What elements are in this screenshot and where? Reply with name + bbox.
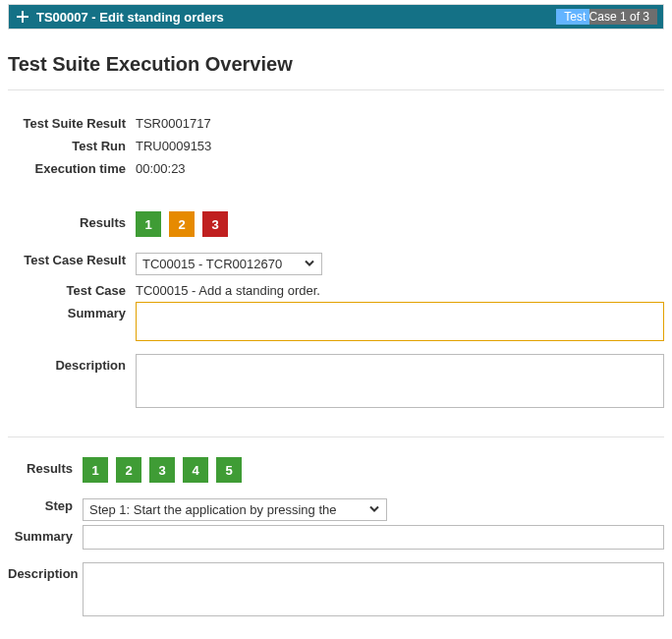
row-test-case: Test Case TC00015 - Add a standing order… [8,279,664,298]
plus-icon [15,9,30,25]
step-result-chip-1[interactable]: 1 [83,457,108,483]
row-step-results: Results 12345 [8,457,664,483]
step-result-chip-3[interactable]: 3 [149,457,175,483]
label-case-summary: Summary [8,302,136,320]
header-title: TS00007 - Edit standing orders [36,10,224,25]
chevron-down-icon [304,257,315,271]
divider [8,89,664,90]
step-select-value: Step 1: Start the application by pressin… [89,502,353,517]
row-step-description: Description [8,562,664,619]
row-test-suite-result: Test Suite Result TSR0001717 [8,112,664,131]
label-step-results: Results [8,457,83,476]
case-summary-input[interactable] [136,302,664,341]
label-step-summary: Summary [8,525,83,544]
label-step: Step [8,494,83,513]
page-title: Test Suite Execution Overview [8,53,664,76]
row-test-case-result: Test Case Result TC00015 - TCR0012670 [8,249,664,275]
row-step-summary: Summary [8,525,664,552]
step-result-chip-4[interactable]: 4 [183,457,208,483]
label-step-description: Description [8,562,83,581]
case-result-chip-3[interactable]: 3 [202,211,228,237]
chevron-down-icon [368,502,380,517]
row-step: Step Step 1: Start the application by pr… [8,494,664,521]
row-case-description: Description [8,354,664,411]
svg-rect-1 [17,16,28,18]
test-case-result-select[interactable]: TC00015 - TCR0012670 [136,253,322,275]
label-test-case: Test Case [8,279,136,298]
step-select[interactable]: Step 1: Start the application by pressin… [83,498,387,521]
label-case-results: Results [8,211,136,230]
value-test-suite-result: TSR0001717 [136,112,211,131]
step-result-chips: 12345 [83,457,242,483]
step-result-chip-2[interactable]: 2 [116,457,141,483]
label-case-description: Description [8,354,136,373]
label-test-run: Test Run [8,135,136,153]
case-result-chips: 123 [136,211,228,237]
step-summary-input[interactable] [83,525,664,550]
value-execution-time: 00:00:23 [136,157,186,176]
test-case-progress-badge: Test Case 1 of 3 [556,9,657,25]
value-test-case: TC00015 - Add a standing order. [136,279,320,298]
test-case-result-select-value: TC00015 - TCR0012670 [142,257,298,271]
header-bar[interactable]: TS00007 - Edit standing orders Test Case… [8,4,664,29]
case-description-input[interactable] [136,354,664,408]
case-result-chip-2[interactable]: 2 [169,211,195,237]
row-execution-time: Execution time 00:00:23 [8,157,664,176]
case-result-chip-1[interactable]: 1 [136,211,161,237]
label-test-case-result: Test Case Result [8,249,136,267]
label-execution-time: Execution time [8,157,136,176]
label-test-suite-result: Test Suite Result [8,112,136,131]
row-case-summary: Summary [8,302,664,344]
step-result-chip-5[interactable]: 5 [216,457,242,483]
step-description-input[interactable] [83,562,664,616]
row-test-run: Test Run TRU0009153 [8,135,664,153]
row-case-results: Results 123 [8,211,664,237]
divider [8,436,664,437]
value-test-run: TRU0009153 [136,135,211,153]
